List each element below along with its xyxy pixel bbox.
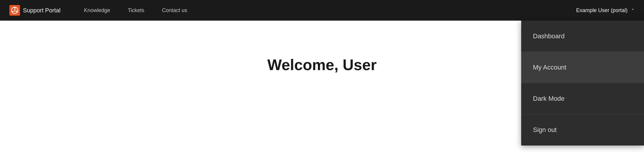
svg-line-4 xyxy=(14,9,15,11)
brand-icon xyxy=(9,5,20,16)
svg-point-2 xyxy=(11,11,13,12)
user-menu-trigger[interactable]: Example User (portal) ⌃ xyxy=(576,7,635,14)
svg-point-3 xyxy=(16,11,18,12)
dropdown-item-sign-out[interactable]: Sign out xyxy=(521,114,644,146)
nav-knowledge[interactable]: Knowledge xyxy=(84,7,110,14)
brand-logo[interactable]: Support Portal xyxy=(9,5,61,16)
brand-name: Support Portal xyxy=(23,7,61,14)
dropdown-item-dark-mode[interactable]: Dark Mode xyxy=(521,83,644,114)
nav-tickets[interactable]: Tickets xyxy=(128,7,144,14)
chevron-up-icon: ⌃ xyxy=(631,8,635,13)
nav-links: Knowledge Tickets Contact us xyxy=(84,7,576,14)
welcome-heading: Welcome, User xyxy=(267,56,377,74)
user-label: Example User (portal) xyxy=(576,7,628,14)
dropdown-item-dashboard[interactable]: Dashboard xyxy=(521,21,644,52)
user-dropdown-menu: Dashboard My Account Dark Mode Sign out xyxy=(521,21,644,146)
dropdown-item-my-account[interactable]: My Account xyxy=(521,52,644,83)
nav-contact[interactable]: Contact us xyxy=(162,7,187,14)
navbar: Support Portal Knowledge Tickets Contact… xyxy=(0,0,644,21)
svg-line-5 xyxy=(15,9,17,11)
svg-point-1 xyxy=(14,7,16,9)
